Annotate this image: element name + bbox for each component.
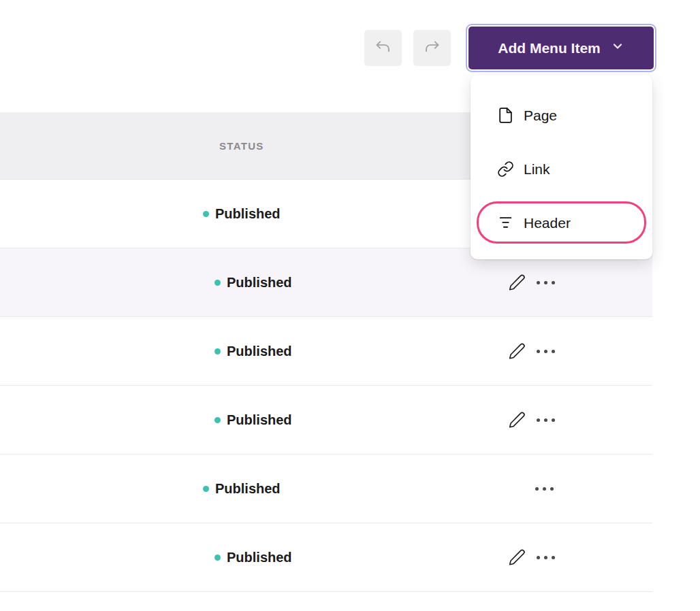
menu-item-link[interactable]: Link (471, 142, 652, 196)
header-icon (497, 214, 514, 231)
status-dot-icon (214, 280, 221, 286)
status-label: Published (227, 550, 292, 565)
status-dot-icon (214, 555, 221, 561)
more-options-button[interactable] (535, 487, 554, 491)
ellipsis-icon (537, 556, 555, 559)
redo-arrow-icon (423, 38, 441, 59)
chevron-down-icon (611, 39, 624, 56)
ellipsis-icon (537, 350, 555, 353)
more-options-button[interactable] (537, 281, 555, 284)
status-badge: Published (214, 248, 292, 316)
menu-item-label: Page (524, 108, 557, 124)
ellipsis-icon (537, 418, 555, 422)
add-menu-item-dropdown: Page Link Header (471, 75, 652, 259)
menu-item-label: Header (524, 215, 571, 231)
undo-button[interactable] (364, 30, 402, 66)
table-row[interactable]: Published (0, 386, 652, 455)
status-dot-icon (214, 348, 221, 354)
ellipsis-icon (535, 487, 554, 491)
status-label: Published (227, 275, 292, 291)
edit-button[interactable] (508, 274, 526, 291)
status-badge: Published (214, 523, 292, 591)
status-label: Published (215, 206, 281, 222)
edit-button[interactable] (508, 411, 526, 429)
row-actions (508, 523, 555, 591)
menu-item-label: Link (524, 161, 550, 178)
edit-button[interactable] (508, 342, 526, 360)
status-dot-icon (214, 417, 221, 423)
status-dot-icon (203, 211, 209, 217)
page-icon (497, 107, 514, 124)
table-row[interactable]: Published (0, 455, 652, 523)
add-menu-item-label: Add Menu Item (498, 40, 601, 56)
more-options-button[interactable] (537, 556, 555, 559)
status-badge: Published (214, 317, 292, 385)
status-dot-icon (203, 486, 209, 492)
menu-item-header[interactable]: Header (471, 196, 652, 250)
add-menu-item-button[interactable]: Add Menu Item (468, 27, 654, 69)
column-header-status: STATUS (219, 140, 264, 152)
table-row[interactable]: Published (0, 523, 652, 592)
row-actions (535, 455, 554, 523)
redo-button[interactable] (413, 30, 451, 66)
ellipsis-icon (537, 281, 555, 284)
link-icon (497, 161, 514, 178)
row-actions (508, 317, 555, 385)
more-options-button[interactable] (537, 350, 555, 353)
status-label: Published (227, 344, 292, 359)
row-actions (508, 386, 555, 454)
status-label: Published (215, 481, 281, 497)
status-label: Published (227, 412, 292, 428)
status-badge: Published (203, 180, 281, 248)
table-row[interactable]: Published (0, 317, 652, 386)
more-options-button[interactable] (537, 418, 555, 422)
status-badge: Published (214, 386, 292, 454)
edit-button[interactable] (508, 548, 526, 566)
undo-arrow-icon (374, 38, 392, 59)
status-badge: Published (203, 455, 281, 523)
menu-item-page[interactable]: Page (471, 88, 652, 142)
